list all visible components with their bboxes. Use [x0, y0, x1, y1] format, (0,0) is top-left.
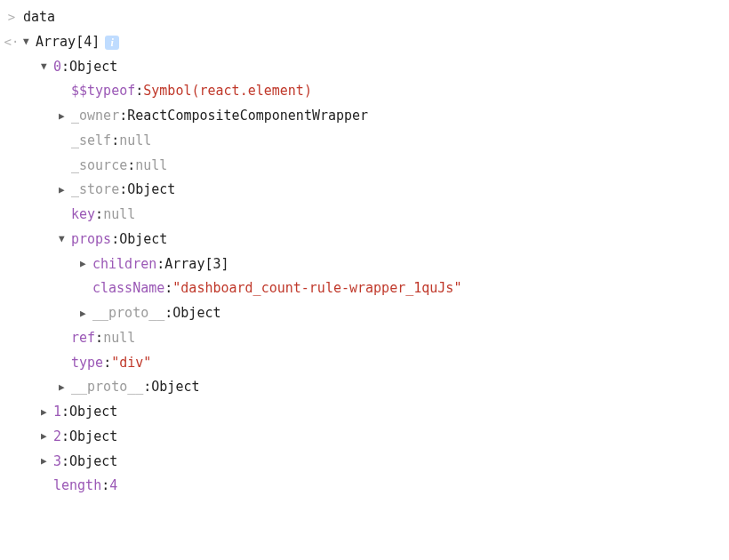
tree-row-key[interactable]: key: null [0, 203, 729, 228]
chevron-down-icon[interactable] [23, 33, 36, 51]
prop-key: 2 [53, 425, 61, 450]
prop-value: null [119, 129, 151, 154]
prop-value: null [135, 154, 167, 179]
tree-row-source[interactable]: _source: null [0, 154, 729, 179]
tree-row-props-children[interactable]: children: Array[3] [0, 252, 729, 277]
prop-key: 1 [53, 400, 61, 425]
tree-row-1[interactable]: 1: Object [0, 400, 729, 425]
prop-key: 3 [53, 450, 61, 475]
chevron-right-icon[interactable] [41, 452, 53, 470]
prop-key: __proto__ [92, 301, 164, 326]
tree-row-type[interactable]: type: "div" [0, 351, 729, 376]
prop-value: null [103, 203, 135, 228]
input-expression: data [23, 5, 55, 30]
prop-value: Symbol(react.element) [143, 79, 312, 104]
node-label: Array[4] [36, 30, 100, 55]
prop-value: ReactCompositeComponentWrapper [127, 104, 368, 129]
chevron-down-icon[interactable] [41, 58, 53, 76]
prop-key: children [92, 252, 156, 277]
chevron-right-icon[interactable] [59, 379, 71, 396]
chevron-right-icon[interactable] [80, 305, 92, 323]
chevron-right-icon[interactable] [59, 181, 71, 199]
console-input-row: > data [0, 5, 729, 30]
info-icon[interactable]: i [105, 36, 119, 50]
prop-key: length [53, 474, 101, 499]
prompt-icon: > [0, 6, 23, 29]
chevron-right-icon[interactable] [41, 428, 53, 445]
prop-value: Object [172, 301, 220, 326]
prop-value: Object [69, 55, 117, 80]
chevron-right-icon[interactable] [41, 404, 53, 421]
prop-key: __proto__ [71, 375, 143, 400]
prop-value: Object [69, 400, 117, 425]
prop-key: _store [71, 178, 119, 203]
chevron-right-icon[interactable] [59, 108, 71, 125]
prop-key: $$typeof [71, 79, 135, 104]
prop-key: ref [71, 326, 95, 351]
tree-row-props-proto[interactable]: __proto__: Object [0, 301, 729, 326]
prop-key: className [92, 276, 164, 301]
prop-value: "div" [111, 351, 151, 376]
prop-value: 4 [109, 474, 117, 499]
prop-value: Object [69, 425, 117, 450]
prop-key: type [71, 351, 103, 376]
tree-row-self[interactable]: _self: null [0, 129, 729, 154]
prop-value: Object [119, 228, 167, 252]
prop-key: _owner [71, 104, 119, 129]
chevron-down-icon[interactable] [59, 230, 71, 248]
tree-row-0[interactable]: 0: Object [0, 55, 729, 80]
prop-value: null [103, 326, 135, 351]
tree-row-props[interactable]: props: Object [0, 228, 729, 252]
prop-key: key [71, 203, 95, 228]
result-gutter-icon: <· [0, 31, 23, 54]
prop-key: 0 [53, 55, 61, 80]
tree-row-store[interactable]: _store: Object [0, 178, 729, 203]
tree-row-owner[interactable]: _owner: ReactCompositeComponentWrapper [0, 104, 729, 129]
prop-value: Object [151, 375, 199, 400]
prop-value: Array[3] [164, 252, 228, 277]
tree-row-ref[interactable]: ref: null [0, 326, 729, 351]
prop-key: _self [71, 129, 111, 154]
prop-key: props [71, 228, 111, 252]
chevron-right-icon[interactable] [80, 255, 92, 273]
tree-row-2[interactable]: 2: Object [0, 425, 729, 450]
tree-row-proto[interactable]: __proto__: Object [0, 375, 729, 400]
tree-row-length[interactable]: length: 4 [0, 474, 729, 499]
tree-row-props-classname[interactable]: className: "dashboard_count-rule-wrapper… [0, 276, 729, 301]
tree-row-typeof[interactable]: $$typeof: Symbol(react.element) [0, 79, 729, 104]
prop-value: "dashboard_count-rule-wrapper_1quJs" [172, 276, 461, 301]
prop-value: Object [127, 178, 175, 203]
prop-key: _source [71, 154, 127, 179]
tree-row-3[interactable]: 3: Object [0, 450, 729, 475]
tree-row-root[interactable]: <· Array[4] i [0, 30, 729, 55]
prop-value: Object [69, 450, 117, 475]
